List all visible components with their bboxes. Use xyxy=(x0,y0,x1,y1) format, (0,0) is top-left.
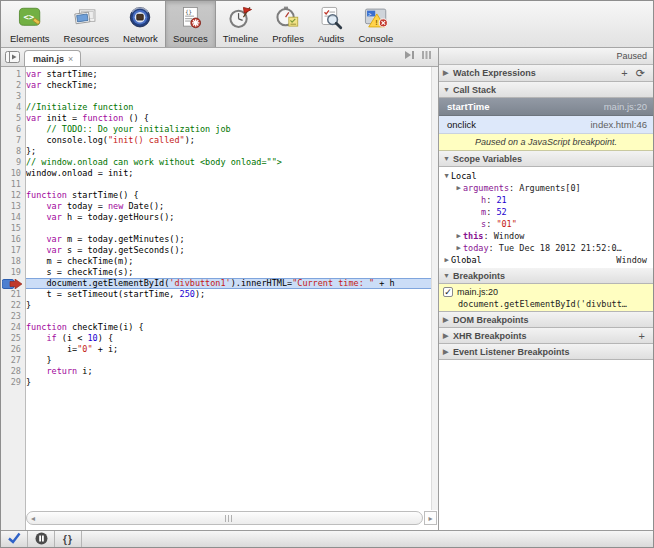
code-line[interactable]: var m = today.getMinutes(); xyxy=(26,234,438,245)
code-line[interactable]: function startTime() { xyxy=(26,190,438,201)
scope-row[interactable]: h: 21 xyxy=(439,194,653,206)
code-line[interactable]: window.onload = init; xyxy=(26,168,438,179)
code-line[interactable]: function checkTime(i) { xyxy=(26,322,438,333)
code-line[interactable]: m = checkTime(m); xyxy=(26,256,438,267)
code-line[interactable]: if (i < 10) { xyxy=(26,333,438,344)
code-line[interactable]: var today = new Date(); xyxy=(26,201,438,212)
gutter-line-number[interactable]: 4 xyxy=(1,102,25,113)
gutter-line-number[interactable]: 18 xyxy=(1,256,25,267)
code-line[interactable] xyxy=(26,179,438,190)
tab-close-icon[interactable]: × xyxy=(68,54,73,64)
gutter-line-number[interactable]: 14 xyxy=(1,212,25,223)
open-resource-icon[interactable] xyxy=(404,50,417,62)
breakpoint-location[interactable]: main.js:20 xyxy=(457,287,498,297)
gutter-line-number[interactable]: 7 xyxy=(1,135,25,146)
tab-main-js[interactable]: main.js × xyxy=(24,50,81,66)
refresh-watch-icon[interactable]: ⟳ xyxy=(632,67,649,80)
gutter-line-number[interactable]: 6 xyxy=(1,124,25,135)
scrollbar-grip[interactable] xyxy=(225,515,232,522)
code-line[interactable]: } xyxy=(26,355,438,366)
scope-row[interactable]: m: 52 xyxy=(439,206,653,218)
gutter-line-number[interactable]: 15 xyxy=(1,223,25,234)
show-navigator-icon[interactable] xyxy=(4,50,21,64)
gutter-line-number[interactable]: 21 xyxy=(1,289,25,300)
horizontal-scrollbar[interactable]: ◂ xyxy=(26,511,423,525)
code-line[interactable]: } xyxy=(26,300,438,311)
gutter-line-number[interactable]: 27 xyxy=(1,355,25,366)
code-line[interactable]: return i; xyxy=(26,366,438,377)
event-listener-breakpoints-header[interactable]: ▶ Event Listener Breakpoints xyxy=(439,344,653,360)
gutter-line-number[interactable]: 24 xyxy=(1,322,25,333)
pretty-print-button[interactable]: {} xyxy=(55,531,82,547)
gutter-line-number[interactable]: 23 xyxy=(1,311,25,322)
gutter-line-number[interactable]: 8 xyxy=(1,146,25,157)
code-line[interactable]: s = checkTime(s); xyxy=(26,267,438,278)
add-xhr-breakpoint-icon[interactable]: + xyxy=(635,330,649,342)
code-line[interactable] xyxy=(26,91,438,102)
code-line[interactable]: i="0" + i; xyxy=(26,344,438,355)
call-stack-frame[interactable]: startTime main.js:20 xyxy=(439,98,653,116)
disclosure-triangle[interactable]: ▼ xyxy=(443,272,453,279)
disclosure-triangle[interactable]: ▼ xyxy=(442,170,451,182)
gutter-line-number[interactable]: 29 xyxy=(1,377,25,388)
call-stack-frame[interactable]: onclick index.html:46 xyxy=(439,116,653,134)
breakpoints-header[interactable]: ▼ Breakpoints xyxy=(439,268,653,284)
disclosure-triangle[interactable]: ▶ xyxy=(443,332,453,340)
code-line[interactable] xyxy=(26,223,438,234)
gutter-line-number[interactable]: 1 xyxy=(1,69,25,80)
toolbar-button-timeline[interactable]: Timeline xyxy=(216,1,266,47)
code-line[interactable]: var startTime; xyxy=(26,69,438,80)
code-line[interactable]: var init = function () { xyxy=(26,113,438,124)
gutter-line-number[interactable]: 10 xyxy=(1,168,25,179)
gutter-line-number[interactable]: 3 xyxy=(1,91,25,102)
disclosure-triangle[interactable]: ▶ xyxy=(443,69,453,77)
gutter-line-number[interactable]: 26 xyxy=(1,344,25,355)
disclosure-triangle[interactable]: ▶ xyxy=(443,348,453,356)
gutter-line-number[interactable]: 22 xyxy=(1,300,25,311)
code-line[interactable]: //Initialize function xyxy=(26,102,438,113)
disclosure-triangle[interactable]: ▶ xyxy=(454,230,463,242)
code-line[interactable]: var s = today.getSeconds(); xyxy=(26,245,438,256)
code-line[interactable]: console.log("init() called"); xyxy=(26,135,438,146)
gutter-line-number[interactable]: 5 xyxy=(1,113,25,124)
code-line[interactable]: // window.onload can work without <body … xyxy=(26,157,438,168)
gutter-line-number[interactable]: 16 xyxy=(1,234,25,245)
xhr-breakpoints-header[interactable]: ▶ XHR Breakpoints + xyxy=(439,328,653,344)
gutter-line-number[interactable]: 13 xyxy=(1,201,25,212)
toolbar-button-sources[interactable]: {} Sources xyxy=(165,1,216,47)
call-stack-header[interactable]: ▼ Call Stack xyxy=(439,82,653,98)
toolbar-button-network[interactable]: Network xyxy=(116,1,165,47)
gutter-line-number[interactable]: 11 xyxy=(1,179,25,190)
disclosure-triangle[interactable]: ▼ xyxy=(443,86,453,93)
code-line[interactable]: document.getElementById('divbutton1').in… xyxy=(26,278,438,289)
disclosure-triangle[interactable]: ▶ xyxy=(454,182,463,194)
code-line[interactable]: t = setTimeout(startTime, 250); xyxy=(26,289,438,300)
gutter-line-number[interactable]: 19 xyxy=(1,267,25,278)
add-watch-expression-icon[interactable]: + xyxy=(617,67,631,79)
breakpoint-entry[interactable]: ✓ main.js:20 document.getElementById('di… xyxy=(439,284,653,312)
dom-breakpoints-header[interactable]: ▶ DOM Breakpoints xyxy=(439,312,653,328)
disclosure-triangle[interactable]: ▶ xyxy=(443,316,453,324)
code-line[interactable]: var checkTime; xyxy=(26,80,438,91)
code-line[interactable]: var h = today.getHours(); xyxy=(26,212,438,223)
gutter-line-number[interactable]: 9 xyxy=(1,157,25,168)
scroll-left-icon[interactable]: ◂ xyxy=(27,514,35,523)
editor-options-icon[interactable] xyxy=(421,50,432,62)
scope-row[interactable]: ▼Local xyxy=(439,170,653,182)
code-line[interactable]: }; xyxy=(26,146,438,157)
scope-row[interactable]: ▶today: Tue Dec 18 2012 21:52:0… xyxy=(439,242,653,254)
scroll-right-icon[interactable]: ▸ xyxy=(424,511,437,525)
scope-row[interactable]: ▶GlobalWindow xyxy=(439,254,653,266)
vertical-scrollbar[interactable] xyxy=(431,67,438,510)
toolbar-button-resources[interactable]: Resources xyxy=(57,1,116,47)
scope-variables-header[interactable]: ▼ Scope Variables xyxy=(439,151,653,167)
watch-expressions-header[interactable]: ▶ Watch Expressions + ⟳ xyxy=(439,65,653,82)
gutter-line-number[interactable]: 17 xyxy=(1,245,25,256)
toolbar-button-audits[interactable]: Audits xyxy=(311,1,351,47)
gutter-line-number[interactable] xyxy=(1,278,25,289)
gutter-line-number[interactable]: 25 xyxy=(1,333,25,344)
disclosure-triangle[interactable]: ▼ xyxy=(443,155,453,162)
gutter-line-number[interactable]: 2 xyxy=(1,80,25,91)
breakpoint-checkbox[interactable]: ✓ xyxy=(443,287,453,297)
toolbar-button-elements[interactable]: <> Elements xyxy=(3,1,57,47)
